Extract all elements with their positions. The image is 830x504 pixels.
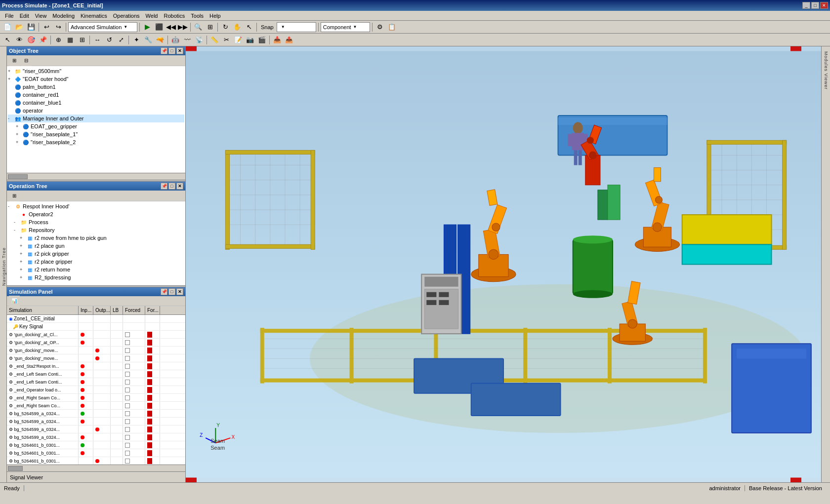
- sim-icon[interactable]: 📊: [9, 296, 20, 307]
- sim-row[interactable]: ⚙ bg_5264599_a_0324...: [7, 418, 185, 426]
- sim-row[interactable]: ⚙ _end_Right Seam Co...: [7, 394, 185, 402]
- play-button[interactable]: ▶: [142, 22, 153, 33]
- op-tree-close[interactable]: ✕: [176, 183, 183, 190]
- tree-item[interactable]: 🔵 palm_button1: [8, 83, 184, 91]
- sim-row[interactable]: ⚙ _end_Left Seam Conti...: [7, 378, 185, 386]
- zoom-fit-button[interactable]: ⊞: [205, 22, 215, 33]
- snap-dropdown[interactable]: ▼: [277, 22, 316, 32]
- sim-row[interactable]: ⚙ bg_5264599_a_0324...: [7, 426, 185, 433]
- expand-icon[interactable]: +: [16, 140, 22, 145]
- axes-btn[interactable]: ⊕: [53, 35, 64, 45]
- tree-item[interactable]: 🔵 container_blue1: [8, 99, 184, 107]
- sim-row[interactable]: ⚙ bg_5264599_a_0324...: [7, 433, 185, 441]
- sim-row[interactable]: ⚙ _end_Sta2'Respot In...: [7, 362, 185, 370]
- expand-icon[interactable]: +: [20, 259, 26, 264]
- op-tree-pin[interactable]: 📌: [161, 183, 167, 190]
- note-btn[interactable]: 📝: [233, 35, 244, 45]
- zoom-in-button[interactable]: 🔍: [193, 22, 204, 33]
- robot-btn[interactable]: 🤖: [170, 35, 181, 45]
- minimize-button[interactable]: _: [802, 2, 810, 9]
- tree-item[interactable]: - 👥 Marriage Inner and Outer: [8, 115, 184, 122]
- redo-button[interactable]: ↪: [53, 22, 64, 33]
- menu-view[interactable]: View: [32, 12, 50, 20]
- expand-icon[interactable]: +: [20, 275, 26, 280]
- rotate-button[interactable]: ↻: [220, 22, 231, 33]
- measure-btn[interactable]: 📏: [209, 35, 220, 45]
- menu-weld[interactable]: Weld: [143, 12, 161, 20]
- expand-icon[interactable]: +: [20, 243, 26, 248]
- op-tree-float[interactable]: □: [168, 183, 175, 190]
- tree-item[interactable]: + ▦ R2_tipdressing: [8, 273, 184, 281]
- select-button[interactable]: ↖: [244, 22, 254, 33]
- mode-dropdown[interactable]: Advanced Simulation ▼: [68, 22, 137, 32]
- rotate2-btn[interactable]: ↺: [104, 35, 115, 45]
- import-btn[interactable]: 📥: [272, 35, 283, 45]
- step-forward-button[interactable]: ▶▶: [177, 22, 188, 33]
- tree-item[interactable]: + 🔵 "riser_baseplate_1": [8, 130, 184, 138]
- tree-item[interactable]: + 📁 "riser_0500mm": [8, 67, 184, 75]
- export-btn[interactable]: 📤: [284, 35, 294, 45]
- tree-item[interactable]: + 🔵 EOAT_geo_gripper: [8, 122, 184, 130]
- sim-table-body[interactable]: ◉ Zone1_CEE_initial 🔑 Key Signal: [7, 315, 185, 465]
- signal-btn[interactable]: 📡: [194, 35, 205, 45]
- sim-hscroll-thumb[interactable]: [8, 466, 23, 471]
- tree-item[interactable]: - 📁 Process: [8, 218, 184, 226]
- menu-edit[interactable]: Edit: [17, 12, 32, 20]
- expand-icon[interactable]: -: [8, 204, 14, 209]
- tree-item[interactable]: + 🔷 "EOAT outer hood": [8, 75, 184, 83]
- stop-button[interactable]: ⬛: [154, 22, 165, 33]
- expand-icon[interactable]: +: [8, 69, 14, 74]
- hscroll-thumb[interactable]: [8, 174, 28, 179]
- path-btn[interactable]: 〰: [182, 35, 193, 45]
- menu-kinematics[interactable]: Kinematics: [78, 12, 110, 20]
- pan-button[interactable]: ✋: [232, 22, 243, 33]
- sim-row[interactable]: ⚙ bg_5264601_b_0301...: [7, 449, 185, 457]
- tree-item[interactable]: + ▦ r2 return home: [8, 266, 184, 273]
- options-button[interactable]: 📋: [386, 22, 397, 33]
- object-tree-pin[interactable]: 📌: [161, 47, 167, 54]
- menu-robotics[interactable]: Robotics: [161, 12, 188, 20]
- tree-item[interactable]: + ▦ r2 pick gripper: [8, 250, 184, 258]
- sim-row[interactable]: ⚙ _end_Left Seam Conti...: [7, 370, 185, 378]
- object-tree-close[interactable]: ✕: [176, 47, 183, 54]
- sim-panel-hscroll[interactable]: [7, 465, 185, 471]
- tree-item[interactable]: + 🔵 "riser_baseplate_2: [8, 138, 184, 146]
- sim-row[interactable]: ⚙ _end_Right Seam Co...: [7, 402, 185, 410]
- move-btn[interactable]: ↔: [92, 35, 103, 45]
- open-button[interactable]: 📂: [14, 22, 25, 33]
- section-btn[interactable]: ✂: [221, 35, 232, 45]
- expand-icon[interactable]: -: [14, 228, 20, 233]
- grid-btn[interactable]: ⊞: [77, 35, 87, 45]
- tree-item[interactable]: ● Operator2: [8, 210, 184, 218]
- expand-icon[interactable]: -: [8, 116, 14, 121]
- camera-btn[interactable]: 📷: [245, 35, 255, 45]
- 3d-viewport[interactable]: X Y Z Seam Seam: [186, 46, 821, 482]
- sim-panel-pin[interactable]: 📌: [161, 288, 167, 295]
- ot2-expand-btn[interactable]: ⊞: [9, 191, 20, 201]
- tree-item[interactable]: - 📁 Repository: [8, 226, 184, 234]
- step-back-button[interactable]: ◀◀: [166, 22, 176, 33]
- menu-help[interactable]: Help: [207, 12, 224, 20]
- sim-row[interactable]: ⚙ 'gun_docking'_at_Cl...: [7, 331, 185, 339]
- menu-file[interactable]: File: [2, 12, 17, 20]
- scale-btn[interactable]: ⤢: [116, 35, 126, 45]
- sim-row[interactable]: ⚙ bg_5264599_a_0324...: [7, 410, 185, 418]
- close-button[interactable]: ✕: [820, 2, 828, 9]
- object-tree-hscroll[interactable]: [7, 173, 185, 180]
- sim-row[interactable]: ⚙ bg_5264601_b_0301...: [7, 441, 185, 449]
- sim-row-root[interactable]: ◉ Zone1_CEE_initial: [7, 315, 185, 323]
- ot-collapse-btn[interactable]: ⊟: [21, 55, 32, 66]
- sim-row[interactable]: ⚙ 'gun_docking'_move...: [7, 347, 185, 354]
- save-button[interactable]: 💾: [26, 22, 37, 33]
- menu-modeling[interactable]: Modeling: [49, 12, 78, 20]
- video-btn[interactable]: 🎬: [256, 35, 267, 45]
- sim-row[interactable]: ⚙ bg_5264601_b_0301...: [7, 457, 185, 465]
- undo-button[interactable]: ↩: [41, 22, 52, 33]
- target-btn[interactable]: 🎯: [26, 35, 37, 45]
- tree-item[interactable]: 🔵 container_red1: [8, 91, 184, 99]
- sim-row[interactable]: ⚙ 'gun_docking'_at_OP...: [7, 339, 185, 347]
- component-dropdown[interactable]: Component ▼: [321, 22, 370, 32]
- pin-btn[interactable]: 📌: [38, 35, 48, 45]
- tree-item[interactable]: + ▦ r2 place gun: [8, 242, 184, 250]
- ot-expand-btn[interactable]: ⊞: [9, 55, 20, 66]
